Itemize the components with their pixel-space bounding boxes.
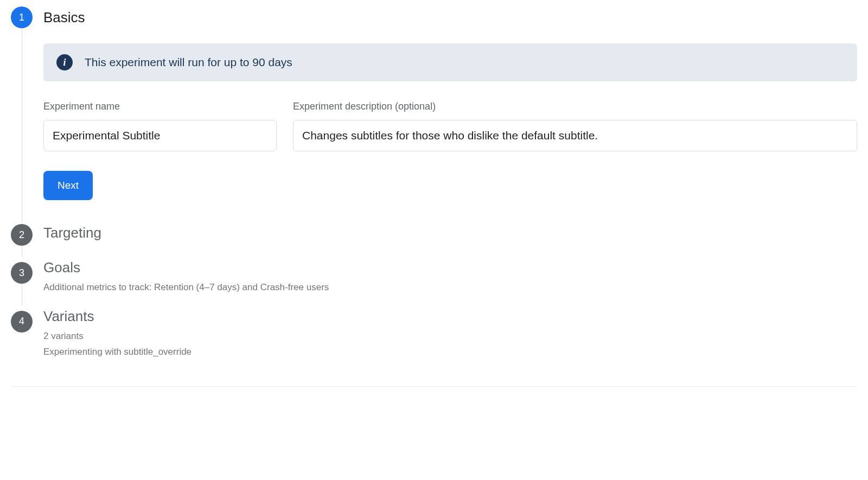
info-banner: i This experiment will run for up to 90 … <box>43 43 857 81</box>
step-number: 2 <box>19 229 24 241</box>
step-variants[interactable]: 4 Variants 2 variants Experimenting with… <box>11 305 857 370</box>
step-circle-goals: 3 <box>11 262 33 284</box>
experiment-name-field-wrapper: Experiment name <box>43 101 277 151</box>
step-basics: 1 Basics i This experiment will run for … <box>11 7 857 222</box>
stepper: 1 Basics i This experiment will run for … <box>11 7 857 370</box>
experiment-desc-field-wrapper: Experiment description (optional) <box>293 101 857 151</box>
info-banner-text: This experiment will run for up to 90 da… <box>85 56 292 69</box>
step-body-basics: i This experiment will run for up to 90 … <box>43 43 857 200</box>
step-number: 1 <box>19 12 24 23</box>
step-title-targeting: Targeting <box>43 222 857 244</box>
experiment-name-input[interactable] <box>43 120 277 151</box>
step-connector <box>22 28 22 222</box>
step-content-goals: Goals Additional metrics to track: Reten… <box>33 257 857 305</box>
step-targeting[interactable]: 2 Targeting <box>11 222 857 257</box>
divider <box>11 386 857 387</box>
step-subtitle-variants-2: Experimenting with subtitle_override <box>43 345 857 359</box>
experiment-desc-input[interactable] <box>293 120 857 151</box>
step-subtitle-goals: Additional metrics to track: Retention (… <box>43 280 857 295</box>
step-title-basics: Basics <box>43 7 857 28</box>
step-circle-variants: 4 <box>11 311 33 332</box>
form-row: Experiment name Experiment description (… <box>43 101 857 151</box>
step-title-variants: Variants <box>43 305 857 327</box>
step-goals[interactable]: 3 Goals Additional metrics to track: Ret… <box>11 257 857 305</box>
step-circle-basics: 1 <box>11 7 33 28</box>
step-content-variants: Variants 2 variants Experimenting with s… <box>33 305 857 370</box>
next-button[interactable]: Next <box>43 171 93 200</box>
step-circle-targeting: 2 <box>11 224 33 246</box>
experiment-desc-label: Experiment description (optional) <box>293 101 857 112</box>
step-number: 4 <box>19 316 24 327</box>
experiment-name-label: Experiment name <box>43 101 277 112</box>
info-icon: i <box>56 54 73 71</box>
step-content-targeting: Targeting <box>33 222 857 257</box>
step-title-goals: Goals <box>43 257 857 278</box>
step-content-basics: Basics i This experiment will run for up… <box>33 7 857 222</box>
step-subtitle-variants-1: 2 variants <box>43 329 857 343</box>
step-number: 3 <box>19 267 24 279</box>
